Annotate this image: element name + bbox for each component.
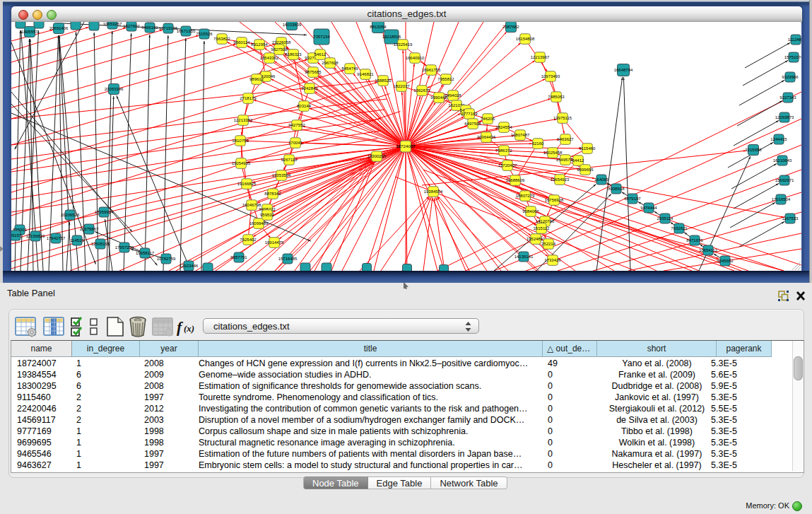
svg-text:1588520: 1588520 [375, 78, 392, 83]
svg-text:2087682: 2087682 [502, 25, 519, 29]
svg-text:19958117: 19958117 [136, 251, 155, 255]
svg-text:6466160: 6466160 [141, 25, 158, 30]
svg-text:16640910: 16640910 [406, 56, 425, 60]
svg-text:19166825: 19166825 [237, 182, 257, 186]
svg-text:6494028: 6494028 [445, 93, 461, 98]
svg-text:9227343: 9227343 [779, 95, 796, 100]
svg-text:15720407: 15720407 [498, 163, 517, 168]
svg-text:17016504: 17016504 [772, 197, 791, 201]
svg-text:14120746: 14120746 [536, 219, 555, 223]
svg-text:1362675: 1362675 [413, 88, 430, 93]
svg-text:10654112: 10654112 [699, 248, 718, 252]
svg-text:9463627: 9463627 [557, 137, 574, 141]
svg-text:10025458: 10025458 [543, 151, 563, 155]
svg-text:3215958: 3215958 [745, 148, 762, 152]
svg-text:20691406: 20691406 [49, 26, 69, 30]
svg-text:16961755: 16961755 [422, 68, 441, 72]
svg-text:12213382: 12213382 [234, 118, 253, 122]
svg-text:64412: 64412 [572, 158, 584, 163]
svg-text:18300295: 18300295 [367, 154, 387, 158]
svg-text:19756928: 19756928 [545, 198, 564, 202]
svg-text:18807279: 18807279 [516, 194, 535, 198]
svg-text:9146821: 9146821 [357, 72, 374, 76]
svg-text:20364436: 20364436 [477, 135, 496, 139]
svg-text:15716485: 15716485 [278, 257, 298, 261]
svg-text:39157: 39157 [11, 233, 22, 238]
svg-text:17359924: 17359924 [95, 210, 114, 214]
svg-text:8471676: 8471676 [686, 238, 703, 243]
svg-text:6879197: 6879197 [624, 197, 641, 201]
svg-text:16914479: 16914479 [265, 240, 284, 245]
svg-text:114519: 114519 [70, 238, 84, 243]
svg-text:20206526: 20206526 [61, 213, 80, 217]
svg-text:15692971: 15692971 [775, 178, 794, 182]
svg-text:17942757: 17942757 [47, 236, 66, 240]
svg-text:9827508: 9827508 [271, 47, 288, 52]
svg-text:19654923: 19654923 [551, 177, 570, 182]
svg-text:2935114: 2935114 [657, 216, 674, 221]
svg-text:10807487: 10807487 [511, 133, 530, 137]
svg-text:19218506: 19218506 [382, 35, 401, 39]
svg-text:(x): (x) [184, 323, 194, 334]
svg-text:7955812: 7955812 [437, 77, 454, 81]
svg-text:9329966: 9329966 [782, 75, 799, 79]
svg-text:8878342: 8878342 [264, 192, 281, 196]
svg-text:1615112: 1615112 [534, 226, 551, 230]
svg-text:9242843: 9242843 [301, 86, 318, 90]
svg-text:1405557: 1405557 [21, 30, 38, 34]
svg-text:9084067: 9084067 [522, 209, 539, 214]
svg-text:10782759: 10782759 [157, 257, 176, 261]
svg-text:9660124: 9660124 [233, 40, 250, 45]
svg-text:20053346: 20053346 [105, 87, 124, 91]
svg-text:13975115: 13975115 [553, 116, 572, 120]
svg-text:12923446: 12923446 [180, 264, 199, 268]
svg-text:2967608: 2967608 [322, 61, 339, 65]
svg-text:16154808: 16154808 [516, 37, 535, 41]
svg-text:12093873: 12093873 [775, 115, 794, 119]
svg-text:10653267: 10653267 [103, 22, 122, 26]
svg-text:16543362: 16543362 [260, 56, 279, 60]
svg-text:746206: 746206 [481, 117, 495, 121]
svg-text:19054935: 19054935 [232, 161, 251, 165]
svg-text:9427552: 9427552 [288, 123, 305, 127]
svg-text:9777169: 9777169 [461, 112, 478, 116]
svg-text:1733426: 1733426 [544, 258, 561, 262]
svg-text:14136141: 14136141 [514, 255, 534, 259]
svg-text:20375867: 20375867 [80, 227, 99, 231]
svg-text:8938918: 8938918 [608, 187, 625, 191]
svg-text:7632621: 7632621 [671, 226, 688, 230]
svg-text:19524851: 19524851 [526, 237, 546, 241]
svg-text:9245652: 9245652 [717, 259, 734, 263]
svg-text:9875685: 9875685 [305, 70, 322, 74]
svg-text:7663822: 7663822 [213, 37, 230, 41]
svg-text:170041: 170041 [288, 141, 303, 145]
svg-text:15751074: 15751074 [784, 55, 801, 59]
svg-text:1167533: 1167533 [782, 216, 799, 221]
svg-text:8813054: 8813054 [370, 25, 387, 29]
svg-text:7515526: 7515526 [196, 32, 213, 36]
svg-text:19384554: 19384554 [424, 189, 443, 194]
svg-text:10973493: 10973493 [541, 74, 560, 78]
svg-text:959532: 959532 [260, 213, 275, 217]
svg-text:16099489: 16099489 [249, 221, 269, 226]
svg-text:9474444: 9474444 [640, 206, 657, 210]
svg-text:7986372: 7986372 [495, 148, 512, 153]
svg-text:f: f [177, 318, 184, 336]
svg-text:12156829: 12156829 [26, 234, 45, 238]
svg-text:9657791: 9657791 [230, 255, 247, 259]
svg-text:6497508: 6497508 [464, 122, 481, 126]
svg-text:1244415: 1244415 [770, 137, 787, 141]
svg-text:7485063: 7485063 [548, 95, 565, 99]
svg-text:16210643: 16210643 [773, 158, 792, 163]
svg-text:7625402: 7625402 [240, 238, 257, 242]
svg-text:8912954: 8912954 [251, 42, 268, 47]
svg-text:7357234: 7357234 [313, 35, 330, 39]
svg-text:18724007: 18724007 [396, 144, 416, 148]
svg-text:10688609: 10688609 [506, 178, 525, 182]
svg-text:16648794: 16648794 [614, 68, 633, 72]
svg-text:10719155: 10719155 [159, 26, 178, 30]
svg-text:9699695: 9699695 [577, 168, 594, 172]
svg-text:1112482: 1112482 [788, 37, 801, 42]
svg-text:1527602: 1527602 [123, 24, 140, 28]
svg-text:3824554: 3824554 [495, 125, 512, 129]
